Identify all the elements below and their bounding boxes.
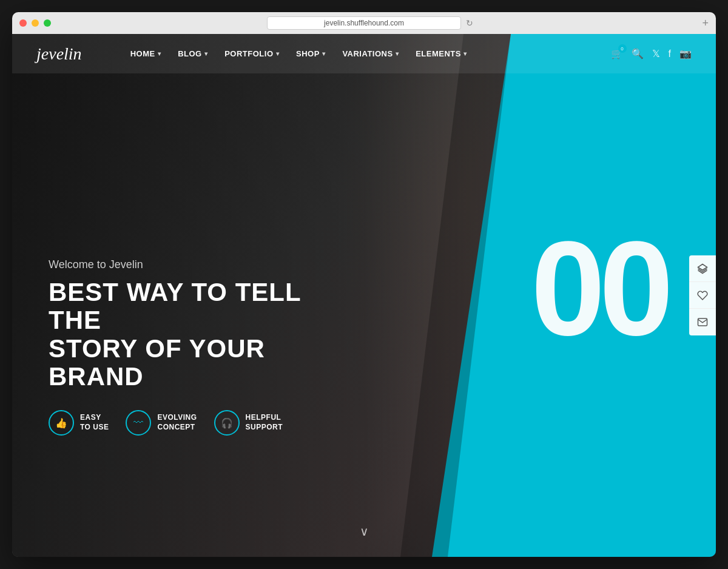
hero-title: BEST WAY TO TELL THE STORY OF YOUR BRAND [49, 278, 328, 391]
feature-easy-to-use: 👍 EASYTO USE [49, 410, 109, 436]
easy-use-label: EASYTO USE [80, 413, 109, 432]
nav-label-blog: BLOG [178, 49, 202, 58]
chevron-down-icon: ▾ [396, 50, 399, 57]
address-bar[interactable]: jevelin.shufflehound.com [267, 16, 461, 30]
nav-item-shop[interactable]: SHOP ▾ [296, 49, 325, 58]
close-button[interactable] [19, 19, 27, 27]
support-label: HELPFULSUPPORT [246, 413, 283, 432]
traffic-lights [19, 19, 51, 27]
reload-button[interactable]: ↻ [466, 18, 473, 28]
big-number-display: 00 [531, 222, 667, 355]
new-tab-button[interactable]: + [702, 17, 709, 30]
nav-label-elements: ELEMENTS [416, 49, 461, 58]
sidebar-mail-icon[interactable] [689, 309, 716, 335]
chevron-down-icon: ▾ [204, 50, 208, 57]
support-icon: 🎧 [214, 410, 240, 436]
evolving-label: EVOLVINGCONCEPT [157, 413, 197, 432]
site-wrapper: 00 jevelin HOME ▾ BLOG ▾ PORTFOLIO ▾ [12, 34, 716, 557]
nav-item-home[interactable]: HOME ▾ [130, 49, 161, 58]
site-logo[interactable]: jevelin [36, 44, 82, 64]
sidebar-heart-icon[interactable] [689, 282, 716, 309]
cart-button[interactable]: 🛒 0 [611, 48, 623, 59]
nav-item-variations[interactable]: VARIATIONS ▾ [342, 49, 399, 58]
hero-title-line2: STORY OF YOUR BRAND [49, 334, 265, 391]
feature-helpful-support: 🎧 HELPFULSUPPORT [214, 410, 283, 436]
facebook-icon[interactable]: f [669, 49, 671, 59]
twitter-icon[interactable]: 𝕏 [652, 48, 660, 59]
cart-badge: 0 [618, 44, 627, 53]
nav-item-elements[interactable]: ELEMENTS ▾ [416, 49, 467, 58]
easy-use-icon: 👍 [49, 410, 74, 436]
nav-label-variations: VARIATIONS [342, 49, 393, 58]
chevron-down-icon: ▾ [276, 50, 280, 57]
title-bar: jevelin.shufflehound.com ↻ + [12, 12, 716, 34]
nav-label-home: HOME [130, 49, 155, 58]
nav-item-blog[interactable]: BLOG ▾ [178, 49, 207, 58]
instagram-icon[interactable]: 📷 [679, 48, 692, 59]
navbar: jevelin HOME ▾ BLOG ▾ PORTFOLIO ▾ [12, 34, 716, 73]
maximize-button[interactable] [44, 19, 51, 27]
feature-evolving-concept: 〰 EVOLVINGCONCEPT [126, 410, 197, 436]
nav-menu: HOME ▾ BLOG ▾ PORTFOLIO ▾ SHOP ▾ [130, 49, 611, 58]
chevron-down-icon: ▾ [158, 50, 161, 57]
nav-item-portfolio[interactable]: PORTFOLIO ▾ [224, 49, 279, 58]
nav-label-portfolio: PORTFOLIO [224, 49, 273, 58]
browser-window: jevelin.shufflehound.com ↻ + 00 jevelin … [12, 12, 716, 557]
search-icon[interactable]: 🔍 [632, 48, 644, 59]
sidebar-layers-icon[interactable] [689, 255, 716, 282]
url-text: jevelin.shufflehound.com [324, 19, 404, 27]
right-sidebar [689, 255, 716, 335]
evolving-icon: 〰 [126, 410, 151, 436]
welcome-text: Welcome to Jevelin [49, 258, 328, 271]
nav-icons: 🛒 0 🔍 𝕏 f 📷 [611, 48, 692, 59]
nav-label-shop: SHOP [296, 49, 320, 58]
features-row: 👍 EASYTO USE 〰 EVOLVINGCONCEPT 🎧 HELPFUL… [49, 410, 328, 436]
chevron-down-icon: ▾ [322, 50, 326, 57]
hero-section: 00 jevelin HOME ▾ BLOG ▾ PORTFOLIO ▾ [12, 34, 716, 557]
hero-title-line1: BEST WAY TO TELL THE [49, 278, 301, 334]
minimize-button[interactable] [32, 19, 39, 27]
chevron-down-icon: ▾ [463, 50, 467, 57]
scroll-down-button[interactable]: ∨ [360, 524, 369, 539]
hero-content: Welcome to Jevelin BEST WAY TO TELL THE … [49, 258, 328, 436]
